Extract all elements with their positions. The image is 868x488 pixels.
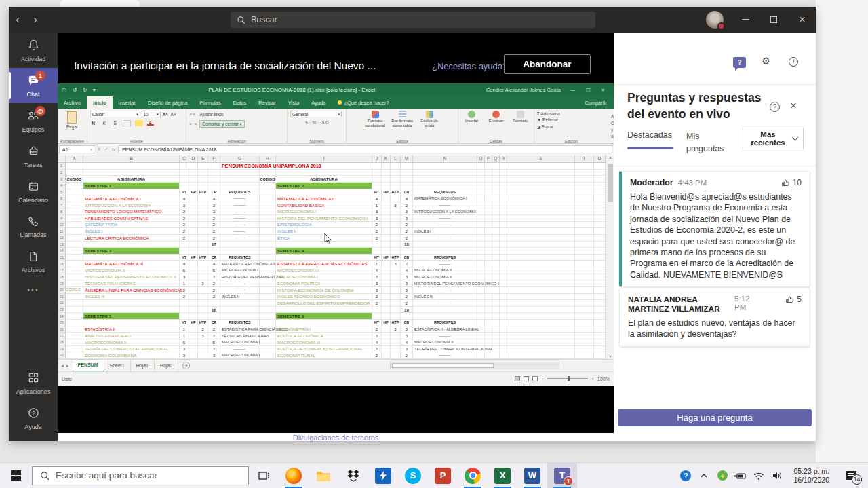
taskbar-search-input[interactable]: Escribe aquí para buscar (32, 466, 249, 485)
sheet-tab-pensum[interactable]: PENSUM (73, 360, 104, 372)
action-center-button[interactable]: 14 (840, 463, 863, 488)
column-header[interactable]: N (413, 155, 477, 162)
sheet-row[interactable]: 8PENSAMIENTO LÓGICO MATEMÁTICO22———MICRO… (58, 208, 606, 215)
volume-icon[interactable] (771, 470, 783, 482)
taskbar-app-firefox[interactable] (279, 463, 309, 488)
cell-styles-button[interactable]: Estilos de celda (418, 111, 441, 137)
add-sheet-button[interactable]: + (182, 362, 190, 369)
battery-icon[interactable] (734, 470, 747, 482)
excel-tab-diseodepgina[interactable]: Diseño de página (142, 96, 193, 109)
taskbar-app-chrome[interactable] (458, 463, 488, 488)
excel-tab-archivo[interactable]: Archivo (58, 96, 87, 109)
info-icon[interactable]: i (789, 57, 798, 67)
tray-expand-icon[interactable] (698, 470, 710, 482)
wifi-icon[interactable] (753, 470, 765, 482)
column-header[interactable]: A (66, 155, 83, 162)
column-header[interactable]: R (500, 155, 507, 162)
qa-icon[interactable]: ? (733, 57, 746, 68)
italic-button[interactable]: K (101, 119, 108, 126)
sheet-row[interactable]: 6MATEMÁTICA ECONÓMICA I44———MATEMÁTICA E… (58, 195, 606, 202)
sidebar-item-actividad[interactable]: Actividad (9, 33, 58, 68)
taskbar-app-teams[interactable]: T1 (547, 463, 577, 488)
sheet-row[interactable]: 231819 (58, 307, 606, 314)
third-party-link[interactable]: Divulgaciones de terceros (293, 434, 379, 442)
taskbar-app-skype[interactable]: S (398, 463, 428, 488)
view-normal-icon[interactable] (515, 376, 520, 381)
column-header[interactable]: J (372, 155, 382, 162)
number-format-select[interactable]: General▾ (290, 111, 342, 117)
sheet-row[interactable]: 9HABILIDADES COMUNICATIVAS22———HISTORIA … (58, 215, 606, 222)
sheet-row[interactable]: 4SEMESTRE 1SEMESTRE 2 (58, 183, 606, 189)
user-avatar[interactable] (706, 11, 724, 29)
sheet-row[interactable]: 15HTHPHTPCRREQUISITOSHTHPHTPCRREQUISITOS (58, 255, 606, 261)
help-tray-icon[interactable]: ? (679, 470, 692, 482)
excel-tab-insertar[interactable]: Insertar (113, 96, 142, 109)
back-icon[interactable]: ‹ (9, 13, 26, 26)
cell-name-box[interactable]: A1▾ (59, 145, 94, 153)
column-header[interactable]: E (198, 155, 208, 162)
sheet-tab-sheet1[interactable]: Sheet1 (104, 360, 131, 372)
help-link[interactable]: ¿Necesitas ayuda? (432, 61, 507, 71)
excel-window-buttons[interactable]: — ☐ ✕ (570, 88, 610, 93)
column-header[interactable]: L (391, 155, 401, 162)
close-button[interactable]: × (791, 7, 814, 33)
sort-dropdown[interactable]: Másrecientes (743, 128, 804, 149)
tab-my-questions[interactable]: Mispreguntas (686, 130, 724, 155)
excel-tab-revisar[interactable]: Revisar (252, 96, 281, 109)
sidebar-item-tareas[interactable]: Tareas (9, 138, 58, 174)
underline-button[interactable]: S (112, 119, 119, 126)
search-input[interactable]: Buscar (231, 12, 595, 28)
zoom-level[interactable]: 100% (597, 377, 610, 381)
clear-button[interactable]: ◢ Borrar (537, 124, 606, 130)
sheet-row[interactable]: 28MACROECONOMÍA II55MACROECONOMIA IMACRO… (58, 339, 606, 346)
view-break-icon[interactable] (532, 376, 538, 381)
sheet-row[interactable]: 22DESARROLLO DEL ESPÍRITU EMPRENDEDOR22—… (58, 300, 606, 307)
question-card[interactable]: NATALIA ANDREA MARTINEZ VILLAMIZAR5:12 P… (619, 288, 810, 347)
delete-cells-button[interactable]: Eliminar (486, 111, 507, 137)
sheet-row[interactable]: 14SEMESTRE 3SEMESTRE 4 (58, 248, 606, 255)
column-header[interactable]: K (382, 155, 391, 162)
column-header[interactable]: I (276, 155, 372, 162)
sheet-row[interactable]: 2 (58, 170, 606, 176)
fx-cancel-icon[interactable]: ✕ (97, 147, 101, 152)
tab-featured[interactable]: Destacadas (627, 130, 672, 140)
share-button[interactable]: Compartir (585, 100, 607, 106)
wrap-text-button[interactable]: Ajustar texto (199, 112, 223, 117)
sheet-row[interactable]: 21INGLES III22INGLES IIINGLES TÉCNICO EC… (58, 294, 606, 301)
fx-ok-icon[interactable]: ✓ (104, 147, 108, 152)
sidebar-item-archivos[interactable]: Archivos (9, 244, 58, 280)
taskbar-app-powerpoint[interactable]: P (428, 463, 458, 488)
excel-tab-inicio[interactable]: Inicio (87, 96, 113, 109)
sheet-row[interactable]: 20CÓDIGOÁLGEBRA LINEAL PARA CIENCIAS ECO… (58, 287, 606, 294)
clock[interactable]: 05:23 p. m. 16/10/2020 (793, 467, 829, 485)
column-header[interactable]: F (208, 155, 220, 162)
format-table-button[interactable]: Dar formato como tabla (391, 111, 414, 137)
sheet-row[interactable]: 24SEMESTRE 5SEMESTRE 6 (58, 313, 606, 320)
bold-button[interactable]: N (90, 119, 97, 126)
column-header[interactable]: H (260, 155, 276, 162)
sidebar-item-equipos[interactable]: Equipos@ (9, 103, 58, 138)
paste-icon[interactable] (67, 111, 77, 124)
borders-button[interactable] (123, 120, 131, 126)
taskbar-app-word[interactable]: W (517, 463, 547, 488)
column-header[interactable]: O (477, 155, 485, 162)
sheet-row[interactable]: 29TEORÍA DEL COMERCIO INTERNACIONAL33———… (58, 346, 606, 353)
tell-me-box[interactable]: ¿Qué desea hacer? (332, 100, 395, 106)
minimize-button[interactable] (734, 7, 757, 33)
sheet-row[interactable]: 25HTHPHTPCRREQUISITOSHTHPHTPCRREQUISITOS (58, 320, 606, 326)
antivirus-tray-icon[interactable]: + (716, 470, 728, 482)
taskbar-app-excel[interactable]: X (488, 463, 517, 488)
view-layout-icon[interactable] (524, 376, 529, 381)
close-panel-icon[interactable]: × (790, 99, 797, 113)
number-buttons[interactable]: $ · % · 000 (290, 120, 343, 125)
sheet-row[interactable]: 19TÉCNICAS FINANCIERAS132———ECONOMÍA POL… (58, 280, 606, 287)
like-button[interactable]: 5 (785, 295, 802, 304)
sheet-row[interactable]: 3CODIGOASIGNATURACODIGOASIGNATURA (58, 176, 606, 183)
sidebar-item-ayuda[interactable]: ?Ayuda (9, 400, 58, 436)
sheet-row[interactable]: 5HTHPHTPCRREQUISITOSHTHPHTPCRREQUISITOS (58, 189, 606, 196)
gear-icon[interactable]: ⚙ (762, 55, 770, 67)
spreadsheet-grid[interactable]: 1PENSUM ECONOMÍA UNIPAMPLONA 201823CODIG… (58, 163, 606, 359)
excel-tab-frmulas[interactable]: Fórmulas (193, 96, 226, 109)
merge-center-button[interactable]: Combinar y centrar ▾ (199, 120, 244, 128)
font-name-select[interactable]: Calibri▾ (90, 111, 140, 117)
